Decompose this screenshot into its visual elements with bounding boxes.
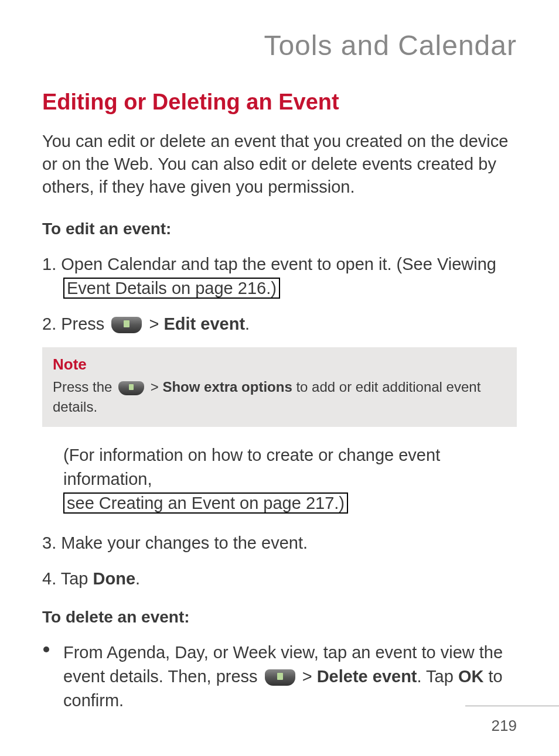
step-4-pre: 4. Tap (42, 569, 93, 588)
intro-paragraph: You can edit or delete an event that you… (42, 130, 517, 199)
step-4: 4. Tap Done. (42, 567, 517, 591)
page-rule (465, 706, 559, 706)
bullet-icon (43, 646, 49, 652)
step-4-post: . (135, 569, 140, 588)
bullet-mid: . Tap (417, 667, 458, 686)
step-2-post: . (245, 314, 250, 333)
menu-key-icon (118, 381, 144, 395)
note-show-extra: Show extra options (162, 379, 292, 395)
note-text: Press the > Show extra options to add or… (53, 377, 506, 416)
note-box: Note Press the > Show extra options to a… (42, 347, 517, 427)
menu-key-icon (111, 317, 142, 333)
menu-key-icon (265, 669, 295, 686)
page-title: Tools and Calendar (42, 29, 517, 61)
step-2-edit-event: Edit event (164, 314, 246, 333)
link-event-details[interactable]: Event Details on page 216.) (63, 278, 280, 299)
step-2: 2. Press > Edit event. (42, 312, 517, 336)
note-pre: Press the (53, 379, 116, 395)
step-3: 3. Make your changes to the event. (42, 531, 517, 555)
section-heading: Editing or Deleting an Event (42, 90, 517, 115)
delete-bullet: From Agenda, Day, or Week view, tap an e… (42, 641, 517, 712)
link-creating-event[interactable]: see Creating an Event on page 217.) (63, 492, 348, 514)
bullet-delete-event: Delete event (317, 667, 417, 686)
bullet-ok: OK (458, 667, 484, 686)
step-1: 1. Open Calendar and tap the event to op… (42, 252, 517, 300)
note-title: Note (53, 355, 506, 374)
delete-event-heading: To delete an event: (42, 608, 517, 627)
paren-pre: (For information on how to create or cha… (63, 446, 440, 488)
step-1-text: 1. Open Calendar and tap the event to op… (42, 255, 496, 273)
step-2-gt: > (149, 314, 164, 333)
paren-info: (For information on how to create or cha… (63, 443, 517, 515)
edit-event-heading: To edit an event: (42, 220, 517, 238)
note-gt: > (151, 379, 163, 395)
step-2-pre: 2. Press (42, 314, 109, 333)
page-number: 219 (492, 717, 517, 735)
step-4-done: Done (93, 569, 136, 588)
bullet-gt: > (302, 667, 317, 686)
